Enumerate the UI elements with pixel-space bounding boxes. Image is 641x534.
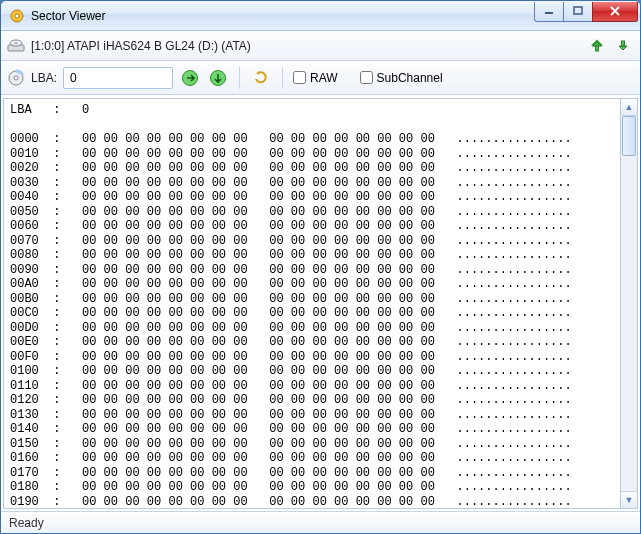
scroll-up-button[interactable]: ▲ [621,99,637,116]
separator [282,67,283,89]
raw-checkbox[interactable]: RAW [293,71,338,85]
minimize-button[interactable] [534,2,564,22]
svg-point-6 [15,42,18,44]
window-title: Sector Viewer [31,9,535,23]
svg-point-1 [15,14,19,18]
disc-icon [7,69,25,87]
drive-icon [7,37,25,55]
hex-dump[interactable]: LBA : 0 0000 : 00 00 00 00 00 00 00 00 0… [3,98,621,509]
svg-rect-3 [574,7,582,14]
svg-rect-7 [596,46,599,51]
close-button[interactable] [592,2,638,22]
scroll-down-button[interactable]: ▼ [621,491,637,508]
titlebar[interactable]: Sector Viewer [1,1,640,31]
svg-rect-8 [622,41,625,46]
drive-selector[interactable]: [1:0:0] ATAPI iHAS624 B GL24 (D:) (ATA) [29,39,582,53]
lba-toolbar: LBA: RAW SubChannel [1,61,640,95]
subchannel-checkbox-input[interactable] [360,71,373,84]
subchannel-checkbox[interactable]: SubChannel [360,71,443,85]
app-icon [9,8,25,24]
scroll-thumb[interactable] [622,116,636,156]
raw-checkbox-input[interactable] [293,71,306,84]
lba-label: LBA: [31,71,57,85]
go-button[interactable] [179,67,201,89]
go-next-button[interactable] [207,67,229,89]
separator [239,67,240,89]
window-buttons [535,2,638,22]
svg-point-10 [14,76,18,80]
scroll-track[interactable] [621,116,637,491]
app-window: Sector Viewer [1:0:0] ATAPI iHAS624 B GL… [0,0,641,534]
next-drive-button[interactable] [612,35,634,57]
svg-rect-2 [545,12,553,14]
lba-input[interactable] [63,67,173,89]
refresh-button[interactable] [250,67,272,89]
content-area: LBA : 0 0000 : 00 00 00 00 00 00 00 00 0… [1,95,640,511]
subchannel-label: SubChannel [377,71,443,85]
raw-label: RAW [310,71,338,85]
vertical-scrollbar[interactable]: ▲ ▼ [621,98,638,509]
status-text: Ready [9,516,44,530]
prev-drive-button[interactable] [586,35,608,57]
maximize-button[interactable] [563,2,593,22]
drive-toolbar: [1:0:0] ATAPI iHAS624 B GL24 (D:) (ATA) [1,31,640,61]
status-bar: Ready [1,511,640,533]
